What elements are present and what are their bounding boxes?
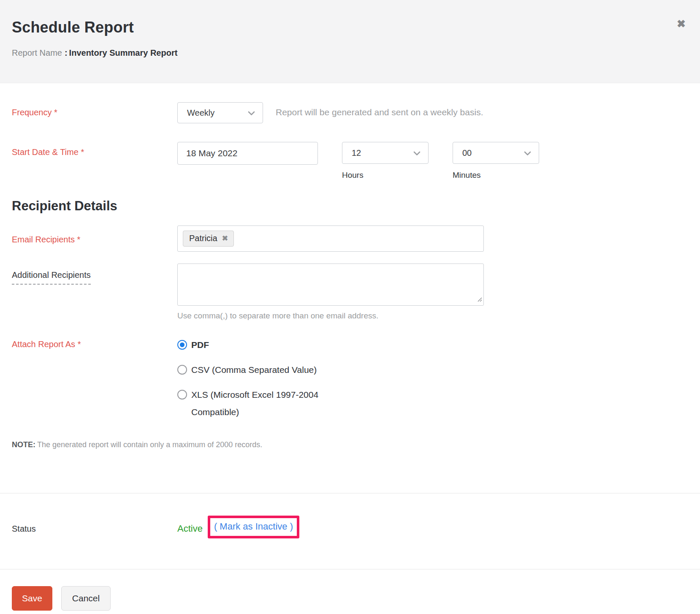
mark-as-inactive-link[interactable]: ( Mark as Inactive ) bbox=[214, 521, 293, 532]
tag-remove-icon[interactable]: ✖ bbox=[222, 235, 228, 242]
radio-selected-icon bbox=[177, 340, 187, 350]
required-asterisk: * bbox=[77, 235, 81, 244]
additional-recipients-help: Use comma(,) to separate more than one e… bbox=[177, 311, 484, 321]
required-asterisk: * bbox=[81, 147, 84, 157]
start-date-input[interactable] bbox=[177, 142, 318, 165]
page-title: Schedule Report bbox=[12, 19, 686, 36]
save-button[interactable]: Save bbox=[12, 586, 52, 611]
frequency-select-value: Weekly bbox=[187, 108, 214, 118]
status-label: Status bbox=[12, 516, 177, 534]
hours-select-value: 12 bbox=[352, 148, 361, 158]
start-datetime-label: Start Date & Time * bbox=[12, 142, 177, 157]
minutes-select-value: 00 bbox=[462, 148, 472, 158]
radio-unselected-icon bbox=[177, 365, 187, 375]
report-name-label: Report Name bbox=[12, 48, 62, 57]
recipient-tag: Patricia ✖ bbox=[183, 231, 234, 247]
chevron-down-icon bbox=[524, 148, 531, 158]
attach-report-row: Attach Report As * PDF CSV (Comma Separa… bbox=[12, 335, 686, 421]
additional-recipients-field-wrap bbox=[177, 264, 484, 306]
radio-option-label: XLS (Microsoft Excel 1997-2004 Compatibl… bbox=[191, 386, 354, 421]
recipient-details-heading: Recipient Details bbox=[12, 198, 686, 214]
radio-option-label: PDF bbox=[191, 337, 209, 354]
email-recipients-label: Email Recipients * bbox=[12, 225, 177, 245]
minutes-select[interactable]: 00 bbox=[453, 142, 539, 164]
minutes-caption: Minutes bbox=[453, 171, 539, 180]
frequency-help-text: Report will be generated and sent on a w… bbox=[276, 102, 483, 117]
report-name-separator: : bbox=[65, 48, 68, 57]
hours-caption: Hours bbox=[342, 171, 429, 180]
required-asterisk: * bbox=[54, 108, 57, 117]
additional-recipients-textarea[interactable] bbox=[177, 264, 484, 306]
frequency-label: Frequency * bbox=[12, 102, 177, 117]
radio-option-csv[interactable]: CSV (Comma Separated Value) bbox=[177, 364, 354, 379]
minutes-group: 00 Minutes bbox=[453, 142, 539, 180]
hours-select[interactable]: 12 bbox=[342, 142, 429, 164]
additional-recipients-label: Additional Recipients bbox=[12, 264, 177, 285]
start-datetime-row: Start Date & Time * 12 Hours 00 Minutes bbox=[12, 142, 686, 180]
divider bbox=[0, 493, 700, 494]
radio-option-xls[interactable]: XLS (Microsoft Excel 1997-2004 Compatibl… bbox=[177, 389, 354, 421]
frequency-row: Frequency * Weekly Report will be genera… bbox=[12, 102, 686, 123]
frequency-select[interactable]: Weekly bbox=[177, 102, 263, 123]
modal-footer: Save Cancel bbox=[0, 570, 700, 611]
chevron-down-icon bbox=[248, 108, 255, 118]
required-asterisk: * bbox=[78, 340, 81, 349]
radio-option-label: CSV (Comma Separated Value) bbox=[191, 361, 317, 379]
additional-recipients-row: Additional Recipients Use comma(,) to se… bbox=[12, 264, 686, 321]
hours-group: 12 Hours bbox=[342, 142, 429, 180]
email-recipients-row: Email Recipients * Patricia ✖ bbox=[12, 225, 686, 252]
chevron-down-icon bbox=[413, 148, 421, 158]
annotation-highlight-box: ( Mark as Inactive ) bbox=[208, 516, 299, 538]
note-label: NOTE: bbox=[12, 440, 35, 449]
status-row: Status Active ( Mark as Inactive ) bbox=[12, 516, 686, 538]
email-recipients-input[interactable]: Patricia ✖ bbox=[177, 225, 484, 252]
recipient-tag-name: Patricia bbox=[189, 234, 217, 243]
radio-unselected-icon bbox=[177, 390, 187, 399]
cancel-button[interactable]: Cancel bbox=[61, 586, 111, 611]
status-badge: Active bbox=[177, 520, 203, 534]
radio-option-pdf[interactable]: PDF bbox=[177, 340, 354, 354]
report-name-value: Inventory Summary Report bbox=[69, 48, 178, 57]
form-body: Frequency * Weekly Report will be genera… bbox=[0, 102, 700, 449]
modal-header: Schedule Report Report Name:Inventory Su… bbox=[0, 0, 700, 83]
note-line: NOTE:The generated report will contain o… bbox=[12, 440, 686, 449]
close-icon[interactable]: ✖ bbox=[677, 19, 686, 29]
note-text: The generated report will contain only a… bbox=[37, 440, 262, 449]
attach-report-label: Attach Report As * bbox=[12, 335, 177, 349]
report-name-line: Report Name:Inventory Summary Report bbox=[12, 48, 686, 58]
attach-format-radio-group: PDF CSV (Comma Separated Value) XLS (Mic… bbox=[177, 335, 354, 421]
